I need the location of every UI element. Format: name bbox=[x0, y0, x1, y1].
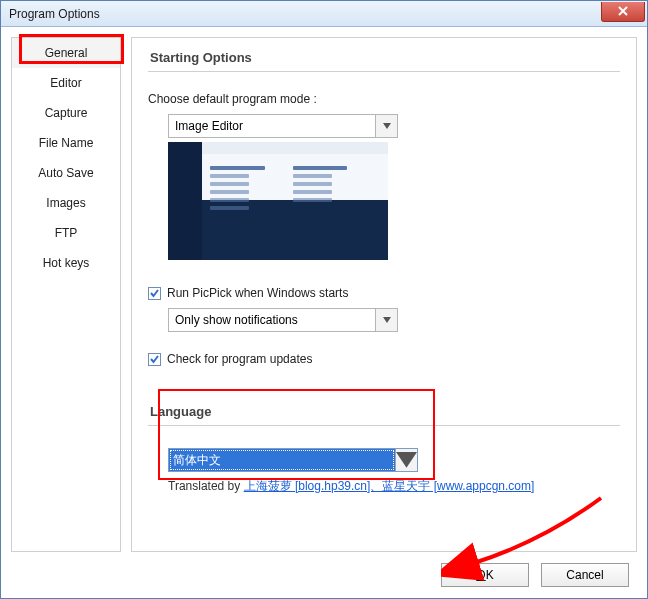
language-value: 简体中文 bbox=[169, 449, 395, 471]
nav-item-general[interactable]: General bbox=[12, 38, 120, 68]
window-title: Program Options bbox=[9, 7, 100, 21]
dropdown-button[interactable] bbox=[375, 115, 397, 137]
language-title: Language bbox=[148, 400, 620, 426]
options-window: Program Options General Editor Capture F… bbox=[0, 0, 648, 599]
ok-label-rest: K bbox=[486, 568, 494, 582]
startup-behavior-value: Only show notifications bbox=[169, 309, 375, 331]
nav-item-label: Hot keys bbox=[43, 256, 90, 270]
content-panel: Starting Options Choose default program … bbox=[131, 37, 637, 552]
check-updates-label: Check for program updates bbox=[167, 352, 312, 366]
chevron-down-icon bbox=[396, 452, 417, 468]
run-on-start-checkbox[interactable] bbox=[148, 287, 161, 300]
nav-item-hotkeys[interactable]: Hot keys bbox=[12, 248, 120, 278]
translator-links[interactable]: 上海菠萝 [blog.hp39.cn]、蓝星天宇 [www.appcgn.com… bbox=[244, 479, 535, 493]
dropdown-button[interactable] bbox=[375, 309, 397, 331]
nav-item-label: Images bbox=[46, 196, 85, 210]
nav-item-ftp[interactable]: FTP bbox=[12, 218, 120, 248]
program-mode-select[interactable]: Image Editor bbox=[168, 114, 398, 138]
chevron-down-icon bbox=[383, 123, 391, 129]
dropdown-button[interactable] bbox=[395, 449, 417, 471]
cancel-button[interactable]: Cancel bbox=[541, 563, 629, 587]
mode-preview bbox=[168, 142, 388, 260]
close-button[interactable] bbox=[601, 2, 645, 22]
run-on-start-label: Run PicPick when Windows starts bbox=[167, 286, 348, 300]
translated-by: Translated by 上海菠萝 [blog.hp39.cn]、蓝星天宇 [… bbox=[168, 478, 620, 495]
chevron-down-icon bbox=[383, 317, 391, 323]
program-mode-value: Image Editor bbox=[169, 115, 375, 137]
check-icon bbox=[149, 354, 160, 365]
ok-label-u: O bbox=[476, 568, 485, 582]
nav-sidebar: General Editor Capture File Name Auto Sa… bbox=[11, 37, 121, 552]
starting-options-title: Starting Options bbox=[148, 46, 620, 72]
nav-item-images[interactable]: Images bbox=[12, 188, 120, 218]
close-icon bbox=[618, 6, 628, 16]
nav-item-label: Auto Save bbox=[38, 166, 93, 180]
window-body: General Editor Capture File Name Auto Sa… bbox=[1, 27, 647, 552]
nav-item-filename[interactable]: File Name bbox=[12, 128, 120, 158]
check-updates-checkbox[interactable] bbox=[148, 353, 161, 366]
cancel-label: Cancel bbox=[566, 568, 603, 582]
ok-button[interactable]: OK bbox=[441, 563, 529, 587]
nav-item-capture[interactable]: Capture bbox=[12, 98, 120, 128]
nav-item-label: General bbox=[45, 46, 88, 60]
nav-item-label: FTP bbox=[55, 226, 78, 240]
titlebar: Program Options bbox=[1, 1, 647, 27]
choose-mode-label: Choose default program mode : bbox=[148, 92, 620, 106]
language-select[interactable]: 简体中文 bbox=[168, 448, 418, 472]
nav-item-label: File Name bbox=[39, 136, 94, 150]
footer: OK Cancel bbox=[1, 552, 647, 598]
nav-item-editor[interactable]: Editor bbox=[12, 68, 120, 98]
nav-item-autosave[interactable]: Auto Save bbox=[12, 158, 120, 188]
startup-behavior-select[interactable]: Only show notifications bbox=[168, 308, 398, 332]
translated-prefix: Translated by bbox=[168, 479, 244, 493]
nav-item-label: Editor bbox=[50, 76, 81, 90]
check-icon bbox=[149, 288, 160, 299]
nav-item-label: Capture bbox=[45, 106, 88, 120]
